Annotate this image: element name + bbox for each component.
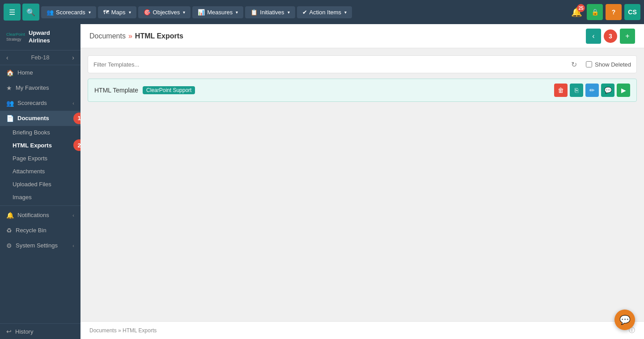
search-icon: 🔍 [26,8,35,17]
action-items-nav-button[interactable]: ✔ Action Items ▾ [297,6,352,18]
scorecards-icon: 👥 [6,100,14,107]
collapse-arrow-icon: ‹ [72,100,74,106]
home-icon: 🏠 [6,69,14,76]
sidebar-item-page-exports[interactable]: Page Exports [0,152,80,165]
maps-nav-button[interactable]: 🗺 Maps ▾ [98,6,136,18]
hamburger-icon: ☰ [9,8,15,17]
hamburger-menu-button[interactable]: ☰ [4,4,21,21]
refresh-button[interactable]: ↻ [569,59,579,71]
copy-template-button[interactable]: ⎘ [570,84,583,97]
breadcrumb-separator: » [128,32,132,40]
dropdown-arrow-icon: ▾ [183,10,185,15]
recycle-icon: ♻ [6,227,12,234]
chevron-left-icon: ‹ [592,32,594,40]
collapse-arrow-icon: ‹ [72,213,74,218]
chat-icon: 💬 [619,314,631,325]
add-template-button[interactable]: + [620,29,635,44]
template-actions: 🗑 ⎘ ✏ 💬 ▶ [554,84,630,97]
collapse-arrow-icon: ‹ [72,243,74,248]
dropdown-arrow-icon: ▾ [288,10,290,15]
sidebar-item-documents[interactable]: 📄 Documents 1 [0,111,80,126]
gear-icon: ⚙ [6,242,12,249]
history-icon: ↩ [6,328,12,335]
sidebar-item-history[interactable]: ↩ History [0,323,80,339]
measures-nav-icon: 📊 [198,9,205,16]
trash-icon: 🗑 [558,87,564,94]
bell-icon: 🔔 [6,212,14,219]
logo-clearpoint: ClearPoint Strategy [6,32,25,42]
run-template-button[interactable]: ▶ [617,84,630,97]
sidebar: ClearPoint Strategy UpwardAirlines ‹ Feb… [0,24,80,339]
documents-icon: 📄 [6,115,14,122]
objectives-nav-icon: 🎯 [144,9,151,16]
scorecards-nav-icon: 👥 [47,9,54,16]
annotation-badge-3: 3 [604,29,617,43]
dropdown-arrow-icon: ▾ [129,10,131,15]
search-button[interactable]: 🔍 [22,4,39,21]
content-body: ↻ Show Deleted HTML Template ClearPoint … [80,48,644,321]
measures-nav-button[interactable]: 📊 Measures ▾ [192,6,243,18]
annotation-badge-1: 1 [73,113,80,124]
plus-icon: + [625,32,629,40]
footer-breadcrumb: Documents » HTML Exports [89,327,157,334]
sidebar-item-scorecards[interactable]: 👥 Scorecards ‹ [0,96,80,111]
logo-company: UpwardAirlines [29,29,50,45]
chat-button[interactable]: 💬 [614,310,635,330]
comment-template-button[interactable]: 💬 [601,84,614,97]
content-header: Documents » HTML Exports ‹ 3 + [80,24,644,48]
edit-template-button[interactable]: ✏ [585,84,599,97]
dropdown-arrow-icon: ▾ [236,10,238,15]
user-avatar-button[interactable]: CS [624,4,640,20]
sidebar-item-recycle-bin[interactable]: ♻ Recycle Bin [0,223,80,238]
user-profile-button[interactable]: 🔒 [587,4,603,20]
notification-button[interactable]: 🔔 25 [569,5,584,19]
prev-page-button[interactable]: ‹ [586,29,601,44]
sidebar-item-briefing-books[interactable]: Briefing Books [0,126,80,139]
period-label: Feb-18 [31,54,49,61]
annotation-badge-2: 2 [73,139,80,151]
sidebar-item-home[interactable]: 🏠 Home [0,65,80,80]
sidebar-item-attachments[interactable]: Attachments [0,165,80,178]
scorecards-nav-button[interactable]: 👥 Scorecards ▾ [41,6,96,18]
filter-templates-input[interactable] [93,61,566,68]
filter-bar: ↻ Show Deleted [88,55,637,73]
copy-icon: ⎘ [575,87,578,94]
sidebar-item-uploaded-files[interactable]: Uploaded Files [0,178,80,191]
help-button[interactable]: ? [606,4,622,20]
dropdown-arrow-icon: ▾ [89,10,91,15]
initiatives-nav-button[interactable]: 📋 Initiatives ▾ [245,6,295,18]
top-navigation: ☰ 🔍 👥 Scorecards ▾ 🗺 Maps ▾ 🎯 Objectives… [0,0,644,24]
template-row: HTML Template ClearPoint Support 🗑 ⎘ ✏ 💬 [88,79,637,102]
edit-icon: ✏ [589,87,595,94]
nav-right-actions: 🔔 25 🔒 ? CS [569,4,640,20]
star-icon: ★ [6,84,12,92]
period-prev-button[interactable]: ‹ [6,54,8,61]
play-icon: ▶ [621,87,626,94]
show-deleted-wrap: Show Deleted [586,61,631,68]
main-layout: ClearPoint Strategy UpwardAirlines ‹ Feb… [0,24,644,339]
template-name: HTML Template [94,87,138,94]
objectives-nav-button[interactable]: 🎯 Objectives ▾ [138,6,191,18]
content-area: Documents » HTML Exports ‹ 3 + [80,24,644,339]
show-deleted-checkbox[interactable] [586,61,592,67]
sidebar-item-system-settings[interactable]: ⚙ System Settings ‹ [0,238,80,253]
breadcrumb-parent: Documents [89,32,126,40]
period-next-button[interactable]: › [72,54,74,61]
sidebar-period: ‹ Feb-18 › [0,50,80,65]
delete-template-button[interactable]: 🗑 [554,84,568,97]
dropdown-arrow-icon: ▾ [344,10,347,15]
sidebar-item-images[interactable]: Images [0,191,80,204]
lock-icon: 🔒 [591,8,599,16]
comment-icon: 💬 [604,87,612,94]
sidebar-item-html-exports[interactable]: HTML Exports 2 [0,139,80,152]
notification-badge: 25 [577,4,585,12]
sidebar-item-notifications[interactable]: 🔔 Notifications ‹ [0,208,80,223]
sidebar-item-favorites[interactable]: ★ My Favorites [0,80,80,96]
annotation-3-container: 3 [604,29,617,43]
refresh-icon: ↻ [571,61,577,68]
header-actions: ‹ 3 + [586,29,635,44]
show-deleted-label[interactable]: Show Deleted [595,61,631,68]
action-items-nav-icon: ✔ [302,9,307,16]
breadcrumb-current: HTML Exports [135,32,183,40]
content-footer: Documents » HTML Exports ⓘ [80,321,644,339]
